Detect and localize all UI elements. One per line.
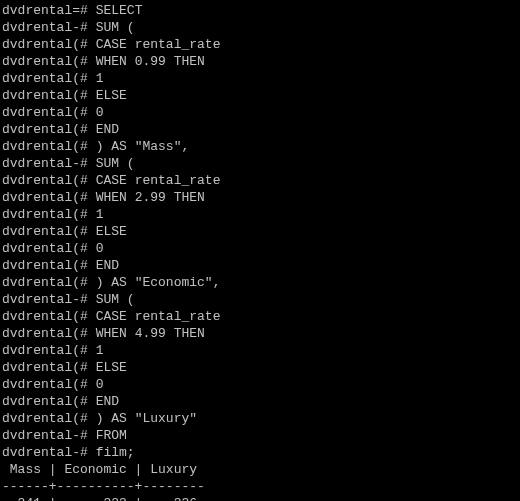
sql-text: SELECT [88,3,143,18]
sql-text: WHEN 2.99 THEN [88,190,205,205]
result-data-row: 341 | 323 | 336 [2,495,520,501]
sql-line-14: dvdrental(# 0 [2,240,520,257]
sql-text: CASE rental_rate [88,173,221,188]
sql-text: FROM [88,428,127,443]
psql-prompt: dvdrental-# [2,292,88,307]
psql-prompt: dvdrental(# [2,360,88,375]
result-divider-row: ------+----------+-------- [2,478,520,495]
sql-line-19: dvdrental(# WHEN 4.99 THEN [2,325,520,342]
sql-text: END [88,122,119,137]
psql-prompt: dvdrental(# [2,241,88,256]
psql-prompt: dvdrental(# [2,224,88,239]
psql-prompt: dvdrental(# [2,190,88,205]
psql-prompt: dvdrental(# [2,377,88,392]
sql-text: CASE rental_rate [88,37,221,52]
sql-line-0: dvdrental=# SELECT [2,2,520,19]
psql-prompt: dvdrental-# [2,445,88,460]
result-header-row: Mass | Economic | Luxury [2,461,520,478]
sql-text: END [88,394,119,409]
sql-text: 0 [88,105,104,120]
sql-text: 1 [88,71,104,86]
sql-text: ELSE [88,224,127,239]
psql-prompt: dvdrental=# [2,3,88,18]
sql-line-21: dvdrental(# ELSE [2,359,520,376]
psql-prompt: dvdrental-# [2,428,88,443]
sql-text: ELSE [88,88,127,103]
sql-text: film; [88,445,135,460]
sql-line-9: dvdrental-# SUM ( [2,155,520,172]
sql-line-22: dvdrental(# 0 [2,376,520,393]
sql-line-20: dvdrental(# 1 [2,342,520,359]
sql-line-1: dvdrental-# SUM ( [2,19,520,36]
psql-prompt: dvdrental(# [2,343,88,358]
psql-prompt: dvdrental(# [2,105,88,120]
sql-line-18: dvdrental(# CASE rental_rate [2,308,520,325]
psql-prompt: dvdrental(# [2,54,88,69]
sql-line-15: dvdrental(# END [2,257,520,274]
sql-text: CASE rental_rate [88,309,221,324]
sql-text: 1 [88,207,104,222]
psql-prompt: dvdrental(# [2,275,88,290]
sql-text: END [88,258,119,273]
sql-line-6: dvdrental(# 0 [2,104,520,121]
sql-text: SUM ( [88,156,135,171]
psql-prompt: dvdrental(# [2,88,88,103]
psql-prompt: dvdrental-# [2,156,88,171]
psql-prompt: dvdrental(# [2,122,88,137]
sql-line-5: dvdrental(# ELSE [2,87,520,104]
sql-text: ) AS "Luxury" [88,411,197,426]
sql-line-16: dvdrental(# ) AS "Economic", [2,274,520,291]
sql-line-10: dvdrental(# CASE rental_rate [2,172,520,189]
psql-prompt: dvdrental(# [2,394,88,409]
sql-line-8: dvdrental(# ) AS "Mass", [2,138,520,155]
result-header: Mass | Economic | Luxury [2,462,197,477]
psql-prompt: dvdrental(# [2,258,88,273]
sql-text: ) AS "Mass", [88,139,189,154]
sql-line-24: dvdrental(# ) AS "Luxury" [2,410,520,427]
sql-text: ELSE [88,360,127,375]
sql-text: ) AS "Economic", [88,275,221,290]
psql-prompt: dvdrental(# [2,139,88,154]
psql-prompt: dvdrental(# [2,173,88,188]
sql-line-11: dvdrental(# WHEN 2.99 THEN [2,189,520,206]
sql-text: SUM ( [88,20,135,35]
sql-line-7: dvdrental(# END [2,121,520,138]
sql-line-17: dvdrental-# SUM ( [2,291,520,308]
psql-prompt: dvdrental(# [2,411,88,426]
result-divider: ------+----------+-------- [2,479,205,494]
psql-prompt: dvdrental(# [2,326,88,341]
sql-text: WHEN 4.99 THEN [88,326,205,341]
sql-line-3: dvdrental(# WHEN 0.99 THEN [2,53,520,70]
sql-line-25: dvdrental-# FROM [2,427,520,444]
sql-text: 0 [88,241,104,256]
psql-prompt: dvdrental(# [2,71,88,86]
sql-line-23: dvdrental(# END [2,393,520,410]
sql-line-2: dvdrental(# CASE rental_rate [2,36,520,53]
sql-line-4: dvdrental(# 1 [2,70,520,87]
sql-text: SUM ( [88,292,135,307]
sql-line-12: dvdrental(# 1 [2,206,520,223]
result-values: 341 | 323 | 336 [2,496,197,501]
psql-prompt: dvdrental(# [2,207,88,222]
psql-prompt: dvdrental-# [2,20,88,35]
sql-text: WHEN 0.99 THEN [88,54,205,69]
psql-prompt: dvdrental(# [2,309,88,324]
psql-prompt: dvdrental(# [2,37,88,52]
sql-text: 1 [88,343,104,358]
psql-terminal[interactable]: dvdrental=# SELECTdvdrental-# SUM (dvdre… [0,0,520,501]
sql-line-26: dvdrental-# film; [2,444,520,461]
sql-line-13: dvdrental(# ELSE [2,223,520,240]
sql-text: 0 [88,377,104,392]
